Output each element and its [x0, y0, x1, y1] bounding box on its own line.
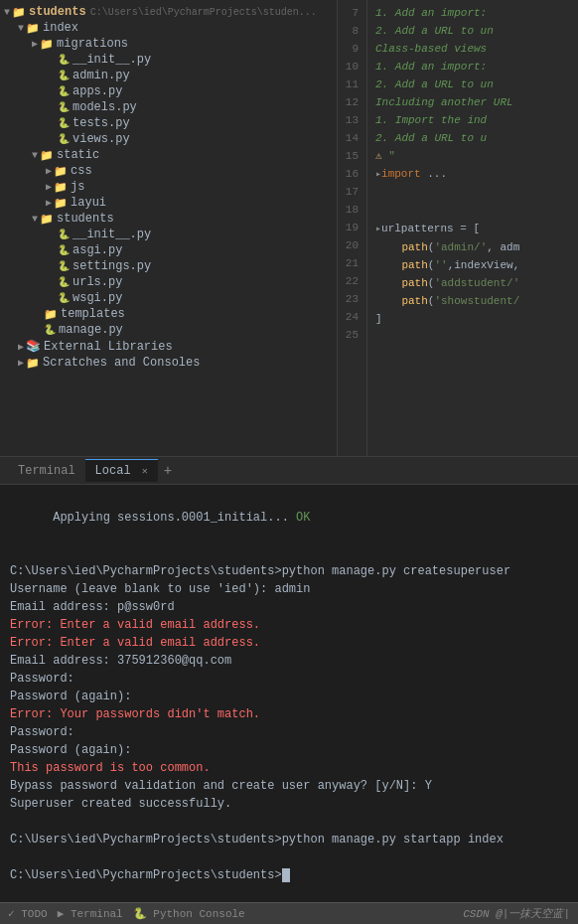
- bottom-tab-terminal[interactable]: ▶ Terminal: [58, 907, 123, 920]
- folder-icon: 📁: [54, 165, 68, 178]
- py-file-icon: 🐍: [58, 117, 70, 129]
- bottom-tab-todo[interactable]: ✓ TODO: [8, 907, 48, 920]
- tree-label: wsgi.py: [72, 291, 122, 305]
- tree-item-layui[interactable]: ▶ 📁 layui: [0, 195, 337, 211]
- tree-item-models[interactable]: 🐍 models.py: [0, 99, 337, 115]
- terminal-line-7: Password (again):: [10, 688, 568, 705]
- terminal-line-blank1: [10, 544, 568, 562]
- code-line-23: path('showstudent/: [375, 292, 570, 310]
- expand-arrow: ▶: [18, 341, 24, 353]
- tree-label: External Libraries: [44, 340, 173, 354]
- terminal-line-9: Password (again):: [10, 741, 568, 759]
- tree-label: js: [71, 180, 84, 194]
- terminal-line-err1: Error: Enter a valid email address.: [10, 616, 568, 634]
- tab-local[interactable]: Local ✕: [85, 459, 158, 482]
- code-line-7: 1. Add an import:: [375, 4, 570, 22]
- terminal-line-11: Superuser created successfully.: [10, 795, 568, 813]
- tab-close-icon[interactable]: ✕: [142, 466, 148, 477]
- folder-icon: 📁: [40, 38, 54, 51]
- code-line-10: 1. Add an import:: [375, 58, 570, 76]
- py-file-icon: 🐍: [58, 101, 70, 113]
- bottom-tab-python[interactable]: 🐍 Python Console: [133, 907, 245, 920]
- tree-label: tests.py: [72, 116, 130, 130]
- tab-terminal[interactable]: Terminal: [8, 460, 85, 482]
- tree-item-wsgi[interactable]: 🐍 wsgi.py: [0, 290, 337, 306]
- expand-arrow: ▶: [18, 357, 24, 369]
- tree-label: apps.py: [72, 84, 122, 98]
- tree-item-css[interactable]: ▶ 📁 css: [0, 163, 337, 179]
- terminal-text: Applying sessions.0001_initial...: [53, 511, 296, 525]
- lib-icon: 📚: [26, 339, 41, 354]
- tree-label: settings.py: [72, 259, 151, 273]
- expand-arrow: ▶: [46, 197, 52, 209]
- python-icon: 🐍: [133, 908, 147, 920]
- tree-item-students-root[interactable]: ▼ 📁 students C:\Users\ied\PycharmProject…: [0, 4, 337, 20]
- folder-icon: 📁: [26, 22, 40, 35]
- py-file-icon: 🐍: [44, 324, 56, 336]
- bottom-tab-terminal-label: Terminal: [71, 908, 123, 920]
- tree-item-js[interactable]: ▶ 📁 js: [0, 179, 337, 195]
- tree-item-settings[interactable]: 🐍 settings.py: [0, 258, 337, 274]
- tree-item-scratches[interactable]: ▶ 📁 Scratches and Consoles: [0, 355, 337, 371]
- tree-label: __init__.py: [72, 53, 151, 67]
- file-tree: ▼ 📁 students C:\Users\ied\PycharmProject…: [0, 0, 338, 456]
- tree-item-apps[interactable]: 🐍 apps.py: [0, 83, 337, 99]
- code-area[interactable]: 1. Add an import: 2. Add a URL to un Cla…: [367, 0, 578, 456]
- terminal-tabs: Terminal Local ✕ +: [0, 457, 578, 485]
- tree-item-students-sub[interactable]: ▼ 📁 students: [0, 211, 337, 227]
- tree-item-init2[interactable]: 🐍 __init__.py: [0, 227, 337, 242]
- tree-item-admin[interactable]: 🐍 admin.py: [0, 68, 337, 83]
- code-line-24: ]: [375, 310, 570, 328]
- code-line-13: 1. Import the ind: [375, 111, 570, 129]
- tree-item-index[interactable]: ▼ 📁 index: [0, 20, 337, 36]
- tab-add-button[interactable]: +: [164, 463, 172, 479]
- tree-item-init1[interactable]: 🐍 __init__.py: [0, 52, 337, 68]
- expand-arrow: ▶: [46, 165, 52, 177]
- tree-label: migrations: [57, 37, 128, 51]
- code-line-15: ⚠ ": [375, 147, 570, 165]
- tree-item-urls[interactable]: 🐍 urls.py: [0, 274, 337, 290]
- tree-label: asgi.py: [72, 243, 122, 257]
- bottom-tabs: ✓ TODO ▶ Terminal 🐍 Python Console: [8, 907, 245, 920]
- terminal-line-cmd2: C:\Users\ied\PycharmProjects\students>py…: [10, 831, 568, 848]
- py-file-icon: 🐍: [58, 260, 70, 272]
- tree-label: Scratches and Consoles: [43, 356, 200, 370]
- expand-arrow: ▼: [32, 150, 38, 161]
- tree-item-external-libs[interactable]: ▶ 📚 External Libraries: [0, 338, 337, 355]
- tree-item-static[interactable]: ▼ 📁 static: [0, 147, 337, 163]
- terminal-line-prompt: C:\Users\ied\PycharmProjects\students>: [10, 866, 568, 884]
- code-line-22: path('addstudent/': [375, 274, 570, 292]
- tree-item-asgi[interactable]: 🐍 asgi.py: [0, 242, 337, 258]
- terminal-line-1: Applying sessions.0001_initial... OK: [10, 491, 568, 544]
- tree-item-views[interactable]: 🐍 views.py: [0, 131, 337, 147]
- tree-item-templates[interactable]: 📁 templates: [0, 306, 337, 322]
- code-editor: 7 8 9 10 11 12 13 14 15 16 17 18 19 20 2…: [338, 0, 578, 456]
- folder-icon: 📁: [12, 6, 26, 19]
- code-line-9: Class-based views: [375, 40, 570, 58]
- terminal-line-5: Email address: 375912360@qq.com: [10, 652, 568, 670]
- tree-item-manage[interactable]: 🐍 manage.py: [0, 322, 337, 338]
- tree-label: models.py: [72, 100, 137, 114]
- watermark: CSDN @|一抹天空蓝|: [463, 906, 570, 921]
- tree-item-tests[interactable]: 🐍 tests.py: [0, 115, 337, 131]
- tree-label: index: [43, 21, 78, 35]
- folder-icon: 📁: [54, 181, 68, 194]
- py-file-icon: 🐍: [58, 276, 70, 288]
- terminal-line-blank3: [10, 848, 568, 866]
- todo-icon: ✓: [8, 908, 15, 920]
- terminal-icon: ▶: [58, 908, 65, 920]
- expand-arrow: ▼: [32, 214, 38, 225]
- terminal-line-3: Username (leave blank to use 'ied'): adm…: [10, 580, 568, 598]
- code-line-20: path('admin/', adm: [375, 238, 570, 256]
- tree-item-migrations[interactable]: ▶ 📁 migrations: [0, 36, 337, 52]
- code-line-18: [375, 202, 570, 220]
- code-line-17: [375, 184, 570, 202]
- folder-icon: 📁: [40, 213, 54, 226]
- py-file-icon: 🐍: [58, 229, 70, 240]
- bottom-bar: ✓ TODO ▶ Terminal 🐍 Python Console CSDN …: [0, 902, 578, 924]
- terminal-body[interactable]: Applying sessions.0001_initial... OK C:\…: [0, 485, 578, 902]
- py-file-icon: 🐍: [58, 244, 70, 256]
- terminal-line-err2: Error: Enter a valid email address.: [10, 634, 568, 652]
- tree-label: manage.py: [59, 323, 123, 337]
- code-line-12: Including another URL: [375, 93, 570, 111]
